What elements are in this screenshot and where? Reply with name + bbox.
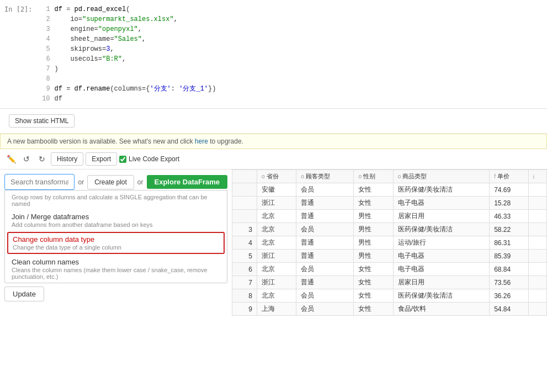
- col-header-idx: [232, 170, 257, 183]
- cell-price: 15.28: [490, 197, 528, 210]
- table-row: 9 上海 会员 女性 食品/饮料 54.84: [232, 303, 547, 316]
- table-row: 6 北京 会员 女性 电子电器 68.84: [232, 263, 547, 276]
- cell-customer-type: 普通: [296, 210, 354, 223]
- cell-extra: [528, 303, 546, 316]
- data-table: o省份 o顾客类型 o性别 o商品类型 f单价 i 安徽 会员: [232, 169, 547, 316]
- table-row: 8 北京 会员 女性 医药保健/美妆清洁 36.26: [232, 289, 547, 303]
- col-header-product-type: o商品类型: [393, 170, 489, 183]
- cell-gender: 女性: [354, 303, 393, 316]
- cell-product-type: 电子电器: [393, 263, 489, 276]
- live-code-export-input[interactable]: [119, 156, 126, 163]
- create-plot-button[interactable]: Create plot: [87, 175, 134, 189]
- upgrade-link[interactable]: here: [195, 137, 208, 145]
- col-header-province: o省份: [257, 170, 296, 183]
- table-row: 4 北京 普通 男性 运动/旅行 86.31: [232, 236, 547, 250]
- cell-province: 北京: [257, 263, 296, 276]
- dropdown-item-clean-names[interactable]: Clean column names Cleans the column nam…: [5, 255, 227, 283]
- col-header-customer-type: o顾客类型: [296, 170, 354, 183]
- cell-extra: [528, 289, 546, 303]
- live-code-export-checkbox[interactable]: Live Code Export: [119, 155, 179, 163]
- cell-province: 安徽: [257, 183, 296, 197]
- row-idx: [232, 183, 257, 197]
- cell-customer-type: 会员: [296, 289, 354, 303]
- row-idx: [232, 210, 257, 223]
- code-line-3: 3 engine="openpyxl",: [39, 24, 545, 34]
- cell-price: 86.31: [490, 236, 528, 250]
- row-idx: 9: [232, 303, 257, 316]
- or-text-1: or: [78, 178, 84, 186]
- row-idx: [232, 197, 257, 210]
- cell-gender: 女性: [354, 276, 393, 289]
- code-line-4: 4 sheet_name="Sales",: [39, 34, 545, 44]
- edit-icon[interactable]: ✏️: [4, 152, 18, 166]
- export-button[interactable]: Export: [86, 152, 117, 166]
- search-input[interactable]: [4, 174, 75, 190]
- cell-customer-type: 会员: [296, 183, 354, 197]
- data-table-wrap: o省份 o顾客类型 o性别 o商品类型 f单价 i 安徽 会员: [232, 169, 547, 316]
- table-row: 北京 普通 男性 居家日用 46.33: [232, 210, 547, 223]
- row-idx: 4: [232, 236, 257, 250]
- table-row: 安徽 会员 女性 医药保健/美妆清洁 74.69: [232, 183, 547, 197]
- cell-extra: [528, 197, 546, 210]
- table-scroll[interactable]: o省份 o顾客类型 o性别 o商品类型 f单价 i 安徽 会员: [232, 169, 547, 316]
- cell-product-type: 食品/饮料: [393, 303, 489, 316]
- cell-product-type: 医药保健/美妆清洁: [393, 223, 489, 236]
- dropdown-item-change-type-title: Change column data type: [13, 235, 219, 243]
- cell-province: 北京: [257, 289, 296, 303]
- table-row: 3 北京 会员 男性 医药保健/美妆清洁 58.22: [232, 223, 547, 236]
- history-button[interactable]: History: [51, 152, 83, 166]
- table-row: 浙江 普通 女性 电子电器 15.28: [232, 197, 547, 210]
- dropdown-list: Group rows by columns and calculate a SI…: [4, 190, 227, 283]
- cell-price: 36.26: [490, 289, 528, 303]
- cell-province: 浙江: [257, 276, 296, 289]
- row-idx: 5: [232, 250, 257, 263]
- redo-icon[interactable]: ↻: [35, 152, 49, 166]
- cell-gender: 男性: [354, 250, 393, 263]
- cell-gender: 女性: [354, 183, 393, 197]
- banner-text2: to upgrade.: [210, 137, 243, 145]
- dropdown-item-group-desc: Group rows by columns and calculate a SI…: [12, 194, 220, 207]
- dropdown-item-join-desc: Add columns from another dataframe based…: [12, 221, 220, 228]
- dropdown-item-change-type[interactable]: Change column data type Change the data …: [7, 232, 225, 254]
- cell-province: 北京: [257, 236, 296, 250]
- search-row: or Create plot or Explore DataFrame: [0, 169, 232, 190]
- dropdown-item-join[interactable]: Join / Merge dataframes Add columns from…: [5, 210, 227, 231]
- row-idx: 6: [232, 263, 257, 276]
- cell-label: In [2]:: [0, 4, 37, 104]
- col-header-extra: i: [528, 170, 546, 183]
- undo-icon[interactable]: ↺: [20, 152, 33, 166]
- cell-product-type: 电子电器: [393, 197, 489, 210]
- show-static-html-button[interactable]: Show static HTML: [9, 114, 75, 128]
- code-content: 1 df = pd.read_excel( 2 io="supermarkt_s…: [37, 4, 547, 104]
- cell-extra: [528, 183, 546, 197]
- dropdown-item-change-type-desc: Change the data type of a single column: [13, 244, 219, 251]
- cell-product-type: 医药保健/美妆清洁: [393, 183, 489, 197]
- banner-text: A new bamboolib version is available. Se…: [7, 137, 193, 145]
- cell-product-type: 医药保健/美妆清洁: [393, 289, 489, 303]
- cell-gender: 男性: [354, 236, 393, 250]
- main-container: In [2]: 1 df = pd.read_excel( 2 io="supe…: [0, 0, 547, 392]
- explore-dataframe-button[interactable]: Explore DataFrame: [147, 175, 228, 189]
- code-line-5: 5 skiprows=3,: [39, 44, 545, 54]
- dropdown-item-clean-names-title: Clean column names: [12, 258, 220, 266]
- dropdown-item-clean-names-desc: Cleans the column names (make them lower…: [12, 267, 220, 280]
- row-idx: 7: [232, 276, 257, 289]
- col-header-gender: o性别: [354, 170, 393, 183]
- cell-customer-type: 会员: [296, 263, 354, 276]
- cell-price: 74.69: [490, 183, 528, 197]
- col-header-unit-price: f单价: [490, 170, 528, 183]
- row-idx: 8: [232, 289, 257, 303]
- cell-province: 浙江: [257, 250, 296, 263]
- update-button[interactable]: Update: [4, 287, 44, 301]
- cell-product-type: 居家日用: [393, 276, 489, 289]
- dropdown-item-group[interactable]: Group rows by columns and calculate a SI…: [5, 190, 227, 210]
- content-row: or Create plot or Explore DataFrame Grou…: [0, 169, 547, 316]
- cell-extra: [528, 223, 546, 236]
- upgrade-banner: A new bamboolib version is available. Se…: [0, 134, 547, 149]
- row-idx: 3: [232, 223, 257, 236]
- cell-gender: 女性: [354, 197, 393, 210]
- cell-province: 上海: [257, 303, 296, 316]
- code-line-10: 10 df: [39, 94, 545, 104]
- cell-gender: 女性: [354, 263, 393, 276]
- cell-product-type: 居家日用: [393, 210, 489, 223]
